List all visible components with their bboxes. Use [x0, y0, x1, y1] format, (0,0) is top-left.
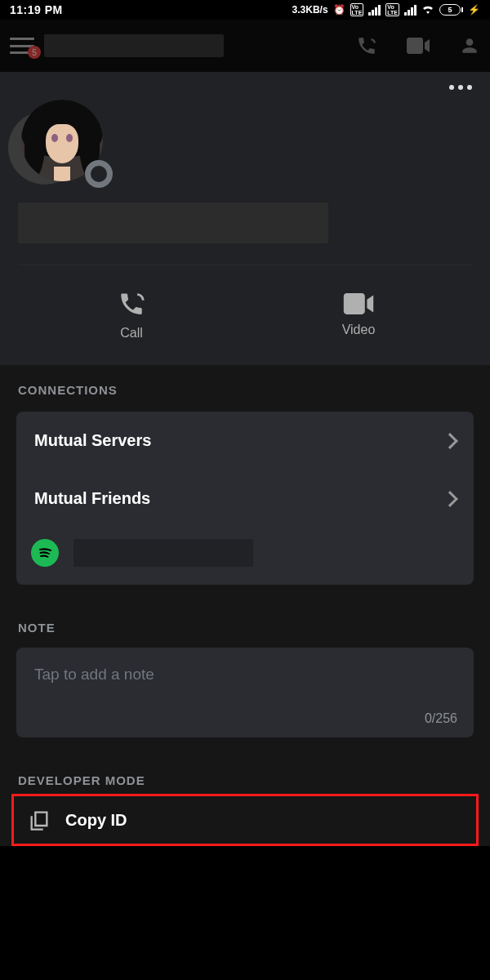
note-placeholder: Tap to add a note [34, 666, 456, 684]
data-rate: 3.3KB/s [292, 4, 328, 16]
spotify-icon [31, 539, 59, 567]
spotify-connection-row[interactable] [16, 528, 474, 585]
chevron-right-icon [442, 433, 458, 449]
volte-icon-1: VoLTE [350, 3, 364, 16]
alarm-icon: ⏰ [333, 4, 345, 16]
profile-actions: Call Video [18, 265, 472, 365]
call-label: Call [120, 326, 143, 341]
note-section: NOTE [0, 603, 490, 641]
video-label: Video [342, 323, 376, 337]
call-icon [118, 290, 145, 318]
channel-name-redacted [44, 34, 224, 57]
connections-card: Mutual Servers Mutual Friends [16, 412, 474, 585]
profile-sheet: Call Video CONNECTIONS Mutual Servers Mu… [0, 72, 490, 846]
username-redacted [18, 203, 328, 243]
mutual-servers-label: Mutual Servers [34, 431, 151, 450]
spotify-name-redacted [74, 539, 253, 567]
copy-id-row[interactable]: Copy ID [11, 794, 479, 846]
video-icon [343, 293, 374, 314]
connections-section: CONNECTIONS [0, 365, 490, 403]
mutual-friends-label: Mutual Friends [34, 489, 150, 508]
call-top-icon[interactable] [356, 35, 377, 56]
video-button[interactable]: Video [245, 265, 472, 365]
note-title: NOTE [18, 621, 472, 635]
menu-button[interactable]: 5 [10, 38, 34, 54]
status-time: 11:19 PM [10, 3, 63, 16]
menu-badge: 5 [28, 46, 41, 59]
profile-header: Call Video [0, 72, 490, 365]
status-indicator-icon [85, 160, 113, 188]
signal-icon-1 [368, 5, 381, 16]
mutual-friends-row[interactable]: Mutual Friends [16, 470, 474, 528]
connections-title: CONNECTIONS [18, 383, 472, 397]
battery-icon: 5 [439, 4, 463, 16]
status-icons: 3.3KB/s ⏰ VoLTE VoLTE 5 ⚡ [292, 3, 480, 16]
copy-icon [28, 808, 51, 831]
chevron-right-icon [442, 491, 458, 507]
more-button[interactable] [449, 85, 472, 90]
status-bar: 11:19 PM 3.3KB/s ⏰ VoLTE VoLTE 5 ⚡ [0, 0, 490, 20]
copy-id-label: Copy ID [65, 811, 127, 830]
avatar[interactable] [18, 96, 108, 186]
signal-icon-2 [404, 5, 416, 16]
developer-title: DEVELOPER MODE [18, 773, 472, 787]
mutual-servers-row[interactable]: Mutual Servers [16, 412, 474, 470]
wifi-icon [421, 4, 434, 16]
charging-icon: ⚡ [468, 4, 480, 16]
note-char-count: 0/256 [425, 711, 457, 726]
note-input[interactable]: Tap to add a note 0/256 [16, 648, 474, 737]
volte-icon-2: VoLTE [385, 3, 399, 16]
person-top-icon[interactable] [459, 35, 480, 56]
chat-top-bar: 5 [0, 20, 490, 72]
video-top-icon[interactable] [407, 38, 430, 54]
call-button[interactable]: Call [18, 265, 245, 365]
developer-section: DEVELOPER MODE [0, 755, 490, 794]
